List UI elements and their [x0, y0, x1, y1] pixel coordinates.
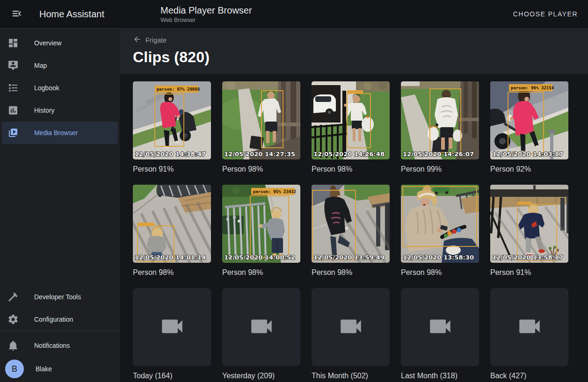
- clip-thumbnail[interactable]: 12/05/2020 13:58:17: [490, 185, 568, 263]
- sidebar-item-logbook[interactable]: Logbook: [2, 77, 118, 99]
- folder-thumbnail[interactable]: [401, 288, 479, 366]
- play-box-multiple-icon: [7, 127, 19, 138]
- clip-caption: Person 99%: [401, 165, 479, 176]
- sidebar-item-map[interactable]: Map: [2, 54, 118, 77]
- view-dashboard-icon: [7, 37, 19, 49]
- camera-snapshot: 12/05/2020 13:58:17: [490, 185, 568, 263]
- folder-label: Today (164): [133, 372, 211, 382]
- clip-caption: Person 91%: [133, 165, 211, 176]
- camera-snapshot: 12/05/2020 14:26:48: [312, 81, 390, 159]
- app-bar-panel-section: Media Player Browser Web Browser CHOOSE …: [120, 0, 588, 28]
- sidebar-item-developer-tools[interactable]: Developer Tools: [2, 286, 118, 308]
- folder-item-last-month[interactable]: Last Month (318): [401, 288, 479, 382]
- clip-item[interactable]: 12/05/2020 13:58:17 Person 91%: [490, 185, 568, 280]
- folder-thumbnail[interactable]: [133, 288, 211, 366]
- sidebar-item-label: Developer Tools: [34, 293, 81, 301]
- folder-item-this-month[interactable]: This Month (502): [312, 288, 390, 382]
- folder-item-today[interactable]: Today (164): [133, 288, 211, 382]
- sidebar-item-label: Map: [34, 62, 47, 69]
- video-icon: [337, 313, 364, 342]
- clip-caption: Person 92%: [490, 165, 568, 176]
- clip-item[interactable]: 12/05/2020 13:58:30 Person 98%: [401, 185, 479, 280]
- media-browser-panel: Frigate Clips (820): [120, 0, 588, 382]
- sidebar-item-label: History: [34, 107, 55, 114]
- folder-label: Last Month (318): [401, 372, 479, 382]
- sidebar-item-label: Overview: [34, 39, 61, 47]
- clip-caption: Person 91%: [490, 268, 568, 280]
- clip-thumbnail[interactable]: 12/05/2020 14:26:07: [401, 81, 479, 159]
- sidebar-spacer: [0, 144, 120, 282]
- camera-snapshot: 12/05/2020 14:01:14: [133, 185, 211, 263]
- arrow-left-icon: [133, 35, 141, 45]
- clip-thumbnail[interactable]: 12/05/2020 14:27:35: [222, 81, 300, 159]
- clip-item[interactable]: 12/05/2020 14:26:48 Person 98%: [312, 81, 390, 176]
- sidebar-bottom-nav: Notifications B Blake: [0, 331, 120, 382]
- folder-thumbnail[interactable]: [490, 288, 568, 366]
- svg-text:12/05/2020 14:01:14: 12/05/2020 14:01:14: [135, 254, 206, 261]
- clip-thumbnail[interactable]: person: 96% 32154 12/05/2020 14:03:17: [490, 81, 568, 159]
- svg-text:person: 96% 32154: person: 96% 32154: [511, 86, 554, 90]
- app-bar: Home Assistant Media Player Browser Web …: [0, 0, 588, 28]
- sidebar-item-overview[interactable]: Overview: [2, 32, 118, 54]
- menu-toggle-button[interactable]: [7, 4, 27, 24]
- clip-item[interactable]: person: 95% 23432 12/05/2020 14:00:52 Pe…: [222, 185, 300, 280]
- clip-item[interactable]: person: 97% 29988 12/05/2020 14:38:47 Pe…: [133, 81, 211, 176]
- sidebar-profile[interactable]: B Blake: [0, 358, 120, 380]
- format-list-bulleted-icon: [7, 82, 19, 94]
- clip-thumbnail[interactable]: 12/05/2020 14:01:14: [133, 185, 211, 263]
- panel-subtitle: Web Browser: [160, 17, 252, 23]
- clip-item[interactable]: person: 96% 32154 12/05/2020 14:03:17 Pe…: [490, 81, 568, 176]
- clip-thumbnail[interactable]: 12/05/2020 13:58:30: [401, 185, 479, 263]
- svg-text:12/05/2020 14:26:07: 12/05/2020 14:26:07: [403, 151, 474, 158]
- svg-text:12/05/2020 14:00:52: 12/05/2020 14:00:52: [224, 254, 295, 261]
- panel-title: Media Player Browser: [160, 5, 252, 16]
- breadcrumb-label: Frigate: [145, 36, 167, 44]
- content-header: Frigate Clips (820): [120, 28, 588, 74]
- sidebar-item-media-browser[interactable]: Media Browser: [2, 122, 118, 144]
- clip-item[interactable]: 12/05/2020 14:27:35 Person 98%: [222, 81, 300, 176]
- sidebar-item-history[interactable]: History: [2, 99, 118, 122]
- svg-text:12/05/2020 14:03:17: 12/05/2020 14:03:17: [492, 151, 563, 158]
- page-title: Clips (820): [133, 49, 575, 66]
- menu-open-icon: [11, 8, 22, 21]
- clip-caption: Person 98%: [222, 165, 300, 176]
- svg-text:12/05/2020 14:38:47: 12/05/2020 14:38:47: [135, 151, 206, 158]
- sidebar: Overview Map Logbook History Media Brows…: [0, 28, 120, 382]
- chart-box-icon: [7, 105, 19, 116]
- app-bar-sidebar-section: Home Assistant: [0, 4, 120, 24]
- clip-thumbnail[interactable]: 12/05/2020 13:59:49: [312, 185, 390, 263]
- avatar: B: [5, 360, 24, 378]
- folder-item-back[interactable]: Back (427): [490, 288, 568, 382]
- clip-item[interactable]: 12/05/2020 14:01:14 Person 98%: [133, 185, 211, 280]
- video-icon: [516, 313, 543, 342]
- clip-thumbnail[interactable]: person: 95% 23432 12/05/2020 14:00:52: [222, 185, 300, 263]
- folder-item-yesterday[interactable]: Yesterday (209): [222, 288, 300, 382]
- sidebar-item-label: Notifications: [34, 342, 70, 349]
- folder-thumbnail[interactable]: [222, 288, 300, 366]
- clip-thumbnail[interactable]: 12/05/2020 14:26:48: [312, 81, 390, 159]
- sidebar-item-configuration[interactable]: Configuration: [2, 308, 118, 331]
- sidebar-item-label: Logbook: [34, 84, 59, 92]
- camera-snapshot: person: 95% 23432 12/05/2020 14:00:52: [222, 185, 300, 263]
- sidebar-item-label: Media Browser: [34, 129, 78, 137]
- folder-thumbnail[interactable]: [312, 288, 390, 366]
- camera-snapshot: 12/05/2020 13:59:49: [312, 185, 390, 263]
- video-icon: [159, 313, 186, 342]
- camera-snapshot: 12/05/2020 14:27:35: [222, 81, 300, 159]
- svg-text:person: 97% 29988: person: 97% 29988: [157, 87, 200, 92]
- sidebar-nav: Overview Map Logbook History Media Brows…: [0, 29, 120, 144]
- gear-icon: [7, 314, 19, 325]
- bell-icon: [7, 340, 19, 351]
- clip-item[interactable]: 12/05/2020 13:59:49 Person 98%: [312, 185, 390, 280]
- clip-item[interactable]: 12/05/2020 14:26:07 Person 99%: [401, 81, 479, 176]
- breadcrumb-back[interactable]: Frigate: [133, 35, 167, 45]
- clip-thumbnail[interactable]: person: 97% 29988 12/05/2020 14:38:47: [133, 81, 211, 159]
- folder-label: This Month (502): [312, 372, 390, 382]
- camera-snapshot: person: 96% 32154 12/05/2020 14:03:17: [490, 81, 568, 159]
- choose-player-button[interactable]: CHOOSE PLAYER: [507, 6, 584, 22]
- sidebar-tools-nav: Developer Tools Configuration: [0, 282, 120, 331]
- video-icon: [427, 313, 454, 342]
- panel-title-block: Media Player Browser Web Browser: [160, 5, 252, 23]
- app-title: Home Assistant: [39, 9, 104, 20]
- sidebar-item-notifications[interactable]: Notifications: [2, 334, 118, 357]
